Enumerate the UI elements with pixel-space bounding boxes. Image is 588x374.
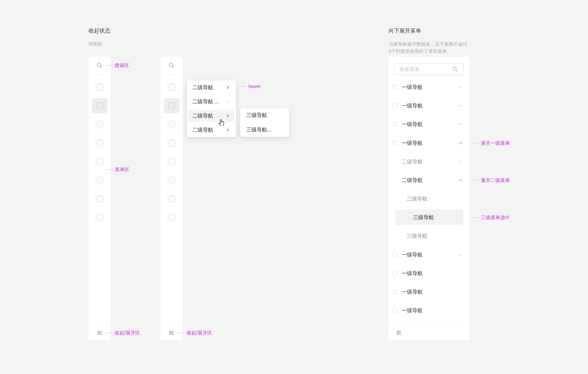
description-line-2: 5个时推荐使用向下展开菜单 xyxy=(388,48,468,55)
menu-item[interactable]: 一级导航 xyxy=(388,247,469,263)
menu-item-label: 二级导航 xyxy=(402,158,423,165)
description-line-1: 当菜单标题字数较多，且子集数不超过 xyxy=(388,41,468,48)
menu-item[interactable]: 三级导航 xyxy=(388,191,469,207)
menu-item-label: 一级导航 xyxy=(402,121,423,128)
sidebar-icon[interactable] xyxy=(164,135,179,151)
annotation-leader-line xyxy=(106,333,113,333)
menu-item[interactable]: 三级导航 xyxy=(388,228,469,244)
chevron-up-icon[interactable] xyxy=(458,179,463,182)
menu-item-label: 一级导航 xyxy=(402,84,423,91)
menu-item-icon-placeholder xyxy=(392,121,398,127)
annotation-label: 收起/展开区 xyxy=(115,330,140,336)
annotation-label: 菜单区 xyxy=(115,166,129,173)
menu-item-label: 三级导航 xyxy=(407,195,428,202)
divider xyxy=(160,325,183,325)
annotation-level3-selected: 三级菜单选中 xyxy=(472,214,510,220)
collapsed-sidebar-1 xyxy=(89,57,111,340)
menu-item[interactable]: 二级导航 xyxy=(388,154,469,169)
flyout-item-label: 二级导航 xyxy=(192,84,213,91)
flyout-submenu-item[interactable]: 三级导航... xyxy=(240,122,289,137)
menu-item-icon-placeholder xyxy=(392,289,398,295)
chevron-right-icon xyxy=(226,114,230,118)
sidebar-icon[interactable] xyxy=(164,154,179,169)
chevron-down-icon[interactable] xyxy=(458,160,463,163)
annotation-label: hover xyxy=(249,84,261,89)
sidebar-icon[interactable] xyxy=(164,210,179,225)
annotation-label: 三级菜单选中 xyxy=(481,214,510,221)
chevron-down-icon[interactable] xyxy=(458,104,463,107)
flyout-submenu-item[interactable]: 三级导航 xyxy=(240,108,289,122)
flyout-item-label: 二级导航 xyxy=(192,112,213,119)
sidebar-icon[interactable] xyxy=(164,191,179,207)
annotation-leader-line xyxy=(106,169,113,170)
flyout-menu-item[interactable]: 二级导航 xyxy=(187,123,236,137)
menu-item-icon-placeholder xyxy=(392,103,398,109)
sidebar-icon-selected[interactable] xyxy=(92,98,107,113)
annotation-leader-line xyxy=(240,86,246,87)
chevron-down-icon[interactable] xyxy=(458,253,463,256)
menu-item[interactable]: 一级导航 xyxy=(388,135,469,151)
annotation-leader-line xyxy=(106,65,113,66)
sidebar-icon[interactable] xyxy=(92,210,107,225)
flyout-menu-level3: 三级导航 三级导航... xyxy=(240,108,289,137)
chevron-up-icon[interactable] xyxy=(458,142,463,144)
annotation-hover: hover xyxy=(240,83,261,89)
menu-item[interactable]: 一级导航 xyxy=(388,303,469,318)
menu-item-icon-placeholder xyxy=(392,308,398,313)
search-icon[interactable] xyxy=(452,66,458,72)
annotation-label: 收起/展开区 xyxy=(187,330,212,336)
sidebar-icon[interactable] xyxy=(92,154,107,169)
divider xyxy=(89,325,111,325)
menu-item[interactable]: 一级导航 xyxy=(388,117,469,132)
menu-item-label: 一级导航 xyxy=(402,251,423,258)
sidebar-icon-selected[interactable] xyxy=(164,98,179,113)
menu-item[interactable]: 一级导航 xyxy=(388,79,469,95)
menu-item-icon-placeholder xyxy=(392,140,398,146)
annotation-expand-level2: 展开二级菜单 xyxy=(472,177,510,183)
annotation-collapse-expand-area-2: 收起/展开区 xyxy=(178,330,212,336)
sidebar-icon[interactable] xyxy=(164,117,179,132)
flyout-menu-item[interactable]: 二级导航 ... xyxy=(187,94,236,109)
menu-item[interactable]: 三级导航 xyxy=(388,210,469,225)
sidebar-icon[interactable] xyxy=(92,173,107,188)
search-icon[interactable] xyxy=(96,62,103,68)
chevron-right-icon xyxy=(226,100,230,104)
menu-search-input[interactable] xyxy=(399,64,450,75)
chevron-down-icon[interactable] xyxy=(458,86,463,88)
annotation-menu-area: 菜单区 xyxy=(106,166,129,173)
flyout-menu-item[interactable]: 二级导航 xyxy=(187,109,236,123)
menu-item[interactable]: 一级导航 xyxy=(388,284,469,300)
sidebar-icon[interactable] xyxy=(164,79,179,95)
sidebar-icon[interactable] xyxy=(92,191,107,207)
flyout-menu-item[interactable]: 二级导航 xyxy=(187,80,236,94)
menu-item[interactable]: 一级导航 xyxy=(388,98,469,113)
chevron-down-icon[interactable] xyxy=(458,123,463,126)
annotation-search-area: 搜索区 xyxy=(106,62,129,68)
menu-item-label: 一级导航 xyxy=(402,270,423,277)
section-subtitle-pure-icon: 纯图标 xyxy=(89,41,103,47)
hand-cursor-icon xyxy=(217,118,226,127)
menu-search-box[interactable] xyxy=(394,63,464,75)
menu-unfold-icon[interactable] xyxy=(96,330,103,336)
menu-item[interactable]: 二级导航 xyxy=(388,173,469,188)
sidebar-icon[interactable] xyxy=(92,79,107,95)
sidebar-icon[interactable] xyxy=(92,135,107,151)
sidebar-icon[interactable] xyxy=(92,117,107,132)
flyout-item-label: 二级导航 ... xyxy=(192,98,219,105)
divider xyxy=(167,75,176,75)
annotation-leader-line xyxy=(472,143,479,143)
menu-item-icon-placeholder xyxy=(392,252,398,258)
annotation-leader-line xyxy=(472,217,479,218)
menu-unfold-icon[interactable] xyxy=(168,330,175,336)
menu-item[interactable]: 一级导航 xyxy=(388,266,469,281)
flyout-menu-level2: 二级导航 二级导航 ... 二级导航 二级导航 xyxy=(187,80,236,137)
menu-item-label: 二级导航 xyxy=(402,177,423,184)
annotation-label: 展开一级菜单 xyxy=(481,140,510,146)
section-description: 当菜单标题字数较多，且子集数不超过 5个时推荐使用向下展开菜单 xyxy=(388,41,468,55)
sidebar-icon[interactable] xyxy=(164,173,179,188)
annotation-label: 搜索区 xyxy=(115,62,129,68)
menu-fold-icon[interactable] xyxy=(396,330,402,336)
expanded-menu-panel: 一级导航 一级导航 xyxy=(388,57,469,340)
chevron-right-icon xyxy=(226,128,230,132)
search-icon[interactable] xyxy=(168,62,175,68)
